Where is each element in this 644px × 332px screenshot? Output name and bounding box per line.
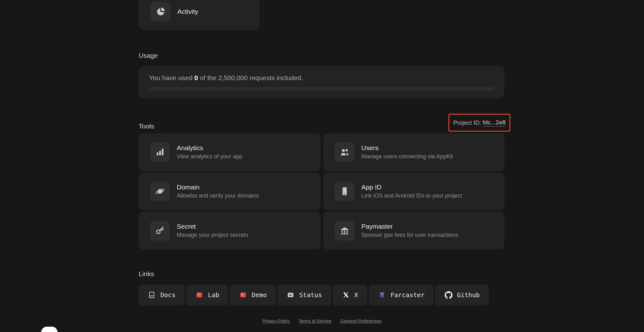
link-label: X: [354, 291, 358, 299]
lab-link-button[interactable]: Lab: [186, 285, 228, 305]
book-icon: [148, 291, 156, 299]
key-icon: [150, 221, 170, 241]
smartphone-icon: [335, 182, 354, 201]
farcaster-icon: [378, 291, 386, 299]
pie-chart-icon: [151, 2, 170, 22]
tool-subtitle: Manage your project secrets: [177, 232, 248, 238]
x-logo-icon: [342, 291, 350, 299]
usage-progress-bar: [149, 87, 495, 91]
bar-chart-icon: [150, 142, 170, 162]
lab-icon: [195, 291, 203, 299]
status-icon: [286, 291, 295, 299]
demo-link-button[interactable]: Demo: [230, 285, 276, 305]
tool-title: Users: [361, 144, 453, 152]
github-link-button[interactable]: Github: [435, 285, 489, 305]
link-label: Status: [299, 291, 322, 299]
bank-icon: [335, 221, 354, 241]
project-id-highlight[interactable]: Project ID: fdc...2e8: [448, 114, 510, 132]
tools-section-heading: Tools: [139, 122, 154, 131]
tool-card-app-id[interactable]: App ID Link iOS and Android IDs to your …: [323, 172, 504, 210]
planet-icon: [150, 182, 170, 201]
tool-title: Secret: [177, 223, 248, 230]
project-id-value[interactable]: fdc...2e8: [483, 119, 506, 127]
consent-preferences-link[interactable]: Consent Preferences: [340, 318, 382, 324]
link-label: Lab: [208, 291, 219, 299]
tool-subtitle: Link iOS and Android IDs to your project: [361, 193, 462, 199]
tool-subtitle: Manage users connecting via AppKit: [361, 153, 453, 160]
tool-subtitle: View analytics of your app: [177, 153, 242, 160]
links-row: Docs Lab Demo Status: [139, 285, 489, 305]
privacy-policy-link[interactable]: Privacy Policy: [263, 318, 290, 324]
usage-section-heading: Usage: [139, 51, 158, 60]
github-icon: [444, 291, 452, 299]
usage-used-count: 0: [194, 74, 198, 81]
project-id-label: Project ID:: [453, 119, 481, 126]
tools-grid: Analytics View analytics of your app Use…: [139, 133, 504, 249]
links-section-heading: Links: [139, 269, 154, 278]
link-label: Farcaster: [391, 291, 425, 299]
tool-card-paymaster[interactable]: Paymaster Sponsor gas fees for user tran…: [323, 212, 504, 249]
usage-text-suffix: of the 2,500,000 requests included.: [198, 74, 303, 81]
usage-text-prefix: You have used: [149, 74, 194, 81]
link-label: Docs: [160, 291, 175, 299]
usage-card: You have used 0 of the 2,500,000 request…: [139, 66, 504, 98]
tool-card-users[interactable]: Users Manage users connecting via AppKit: [323, 133, 504, 171]
tool-subtitle: Allowlist and verify your domains: [177, 193, 259, 199]
tool-title: Domain: [177, 183, 259, 191]
link-label: Github: [457, 291, 480, 299]
demo-icon: [239, 291, 247, 299]
tool-title: App ID: [361, 183, 462, 191]
tool-title: Paymaster: [361, 223, 458, 230]
tool-card-analytics[interactable]: Analytics View analytics of your app: [139, 133, 320, 171]
link-label: Demo: [252, 291, 267, 299]
activity-card-label: Activity: [177, 8, 198, 15]
terms-of-service-link[interactable]: Terms of Service: [299, 318, 331, 324]
tool-card-secret[interactable]: Secret Manage your project secrets: [139, 212, 320, 249]
tool-card-domain[interactable]: Domain Allowlist and verify your domains: [139, 172, 320, 210]
usage-summary-text: You have used 0 of the 2,500,000 request…: [149, 74, 303, 82]
docs-link-button[interactable]: Docs: [139, 285, 185, 305]
tool-title: Analytics: [177, 144, 242, 152]
users-icon: [335, 142, 354, 162]
tool-subtitle: Sponsor gas fees for user transactions: [361, 232, 458, 238]
footer-links: Privacy Policy Terms of Service Consent …: [0, 318, 644, 324]
status-link-button[interactable]: Status: [277, 285, 331, 305]
farcaster-link-button[interactable]: Farcaster: [369, 285, 434, 305]
activity-card[interactable]: Activity: [139, 0, 259, 30]
x-link-button[interactable]: X: [333, 285, 367, 305]
chat-widget[interactable]: [41, 327, 58, 332]
